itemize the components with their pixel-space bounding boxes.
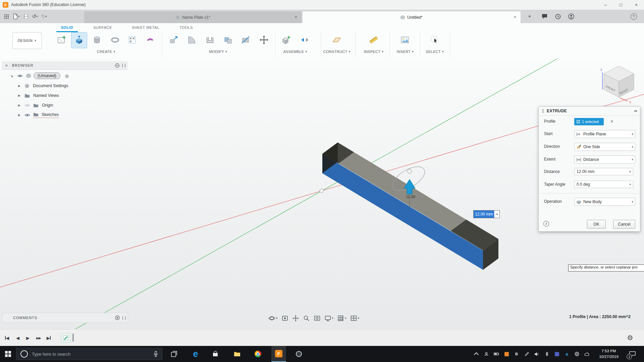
visibility-eye-off-icon[interactable] bbox=[24, 104, 30, 107]
drag-grip-icon[interactable] bbox=[542, 109, 544, 113]
new-tab-button[interactable]: + bbox=[526, 13, 533, 20]
expand-arrow-icon[interactable]: ▶ bbox=[18, 84, 20, 87]
timeline-go-to-start-button[interactable]: ◀ bbox=[3, 334, 11, 342]
modify-group-dropdown[interactable]: MODIFY▾ bbox=[209, 50, 227, 54]
minimize-button[interactable]: – bbox=[598, 0, 613, 10]
insert-group-dropdown[interactable]: INSERT▾ bbox=[397, 50, 414, 54]
combine-button[interactable] bbox=[220, 32, 236, 48]
file-explorer-taskbar-icon[interactable] bbox=[230, 346, 245, 362]
feedback-icon[interactable] bbox=[541, 13, 548, 20]
create-group-dropdown[interactable]: CREATE▾ bbox=[97, 50, 115, 54]
teams-tray-icon[interactable] bbox=[554, 351, 559, 357]
look-at-button[interactable] bbox=[281, 315, 288, 322]
dialog-header[interactable]: EXTRUDE ▶▶ bbox=[539, 107, 640, 116]
insert-image-button[interactable] bbox=[397, 32, 413, 48]
timeline-settings-button[interactable] bbox=[627, 335, 633, 341]
caret-down-icon[interactable]: ▾ bbox=[494, 210, 499, 218]
extrude-button[interactable] bbox=[71, 32, 87, 48]
clear-selection-icon[interactable]: × bbox=[610, 119, 613, 124]
tab-untitled[interactable]: Untitled* × bbox=[303, 11, 521, 23]
tab-solid[interactable]: SOLID bbox=[56, 24, 78, 32]
document-name[interactable]: (Unsaved) bbox=[34, 72, 60, 79]
taskbar-search[interactable]: Type here to search bbox=[16, 348, 162, 360]
timeline-position-marker[interactable] bbox=[72, 334, 74, 342]
start-dropdown[interactable]: Profile Plane ▾ bbox=[574, 130, 635, 138]
inspect-group-dropdown[interactable]: INSPECT▾ bbox=[364, 50, 384, 54]
display-settings-button[interactable]: ▾ bbox=[324, 315, 334, 322]
expand-arrow-icon[interactable]: ▶ bbox=[18, 104, 20, 107]
press-pull-button[interactable] bbox=[166, 32, 181, 48]
people-tray-icon[interactable] bbox=[484, 351, 489, 357]
create-sketch-button[interactable] bbox=[54, 32, 69, 48]
tab-sheet-metal[interactable]: SHEET METAL bbox=[125, 24, 166, 31]
pan-button[interactable] bbox=[292, 315, 299, 322]
hidden-icons-chevron[interactable] bbox=[474, 351, 479, 357]
expand-arrow-icon[interactable]: ▶ bbox=[18, 113, 20, 117]
info-icon[interactable]: i bbox=[543, 221, 549, 227]
edge-tray-icon[interactable]: e bbox=[564, 351, 570, 357]
file-menu-button[interactable]: ▾ bbox=[11, 12, 21, 20]
avatar-icon[interactable] bbox=[568, 13, 575, 20]
microphone-icon[interactable] bbox=[154, 351, 158, 357]
distance-input[interactable]: 12.00 mm ▾ bbox=[574, 168, 633, 175]
dimension-value[interactable]: 12.00 mm bbox=[474, 210, 494, 218]
browser-root-document[interactable]: ↘ (Unsaved) ◎ bbox=[10, 71, 69, 80]
browser-item-named-views[interactable]: ▶ Named Views bbox=[18, 91, 59, 100]
orbit-button[interactable]: ▾ bbox=[268, 315, 278, 322]
hide-panel-icon[interactable] bbox=[115, 63, 119, 68]
panel-resize-handle[interactable] bbox=[122, 64, 125, 67]
timeline-step-back-button[interactable]: ◀ bbox=[14, 334, 21, 342]
body-front-face-selected-profile[interactable] bbox=[322, 154, 483, 270]
direction-dropdown[interactable]: One Side ▾ bbox=[574, 143, 635, 151]
browser-item-sketches[interactable]: ▶ Sketches bbox=[18, 111, 59, 119]
select-button[interactable] bbox=[427, 32, 442, 48]
activate-component-icon[interactable]: ◎ bbox=[65, 73, 69, 78]
select-group-dropdown[interactable]: SELECT▾ bbox=[426, 50, 443, 54]
visibility-eye-icon[interactable] bbox=[17, 74, 23, 78]
cylinder-button[interactable] bbox=[89, 32, 105, 48]
construct-plane-button[interactable] bbox=[329, 32, 344, 48]
tab-tools[interactable]: TOOLS bbox=[174, 24, 198, 31]
browser-item-document-settings[interactable]: ▶ Document Settings bbox=[18, 81, 68, 90]
joint-button[interactable] bbox=[297, 32, 313, 48]
new-component-button[interactable] bbox=[278, 32, 294, 48]
battery-tray-icon[interactable] bbox=[494, 351, 499, 357]
extruded-body[interactable] bbox=[322, 142, 498, 270]
extent-dropdown[interactable]: Distance ▾ bbox=[574, 156, 635, 164]
expand-arrow-icon[interactable]: ▶ bbox=[18, 94, 20, 97]
viewport-canvas[interactable]: 12.00 FRONT RIGHT Z X « BROWSER bbox=[0, 59, 644, 329]
split-body-button[interactable] bbox=[238, 32, 253, 48]
redo-button[interactable]: ↻ ▾ bbox=[40, 12, 48, 20]
pattern-button[interactable] bbox=[124, 32, 140, 48]
fillet-button[interactable] bbox=[184, 32, 200, 48]
comments-panel[interactable]: COMMENTS bbox=[2, 313, 128, 323]
ok-button[interactable]: OK bbox=[587, 220, 606, 229]
network-tray-icon[interactable] bbox=[574, 351, 580, 357]
construct-group-dropdown[interactable]: CONSTRUCT▾ bbox=[323, 50, 351, 54]
tab-close-icon[interactable]: × bbox=[514, 14, 516, 19]
chrome-taskbar-icon[interactable] bbox=[251, 346, 265, 362]
timeline-go-to-end-button[interactable]: ▶ bbox=[45, 334, 52, 342]
view-cube[interactable]: FRONT RIGHT Z X bbox=[600, 66, 634, 104]
workspace-selector[interactable]: DESIGN ▾ bbox=[12, 32, 42, 49]
timeline-step-forward-button[interactable]: ▶▶ bbox=[35, 334, 42, 342]
cancel-button[interactable]: Cancel bbox=[613, 220, 635, 229]
torus-button[interactable] bbox=[107, 32, 123, 48]
fusion360-taskbar-icon[interactable]: F bbox=[271, 346, 286, 362]
fit-button[interactable] bbox=[314, 315, 321, 322]
task-view-button[interactable] bbox=[167, 346, 181, 362]
move-button[interactable] bbox=[256, 32, 272, 48]
timeline-play-button[interactable]: ▶ bbox=[24, 334, 32, 342]
save-button[interactable] bbox=[22, 12, 30, 20]
help-icon[interactable]: ? bbox=[630, 13, 637, 20]
profile-selected-chip[interactable]: 1 selected bbox=[574, 118, 604, 125]
zoom-button[interactable] bbox=[303, 315, 310, 322]
undo-button[interactable]: ↺ ▾ bbox=[31, 12, 39, 20]
store-taskbar-icon[interactable] bbox=[208, 346, 223, 362]
edge-taskbar-icon[interactable]: e bbox=[188, 346, 203, 362]
taskbar-clock[interactable]: 7:53 PM 10/27/2019 bbox=[594, 348, 623, 359]
tab-close-icon[interactable]: × bbox=[294, 14, 297, 19]
maximize-button[interactable]: □ bbox=[613, 0, 629, 10]
app-taskbar-icon[interactable] bbox=[291, 346, 306, 362]
panel-resize-handle[interactable] bbox=[122, 316, 126, 320]
